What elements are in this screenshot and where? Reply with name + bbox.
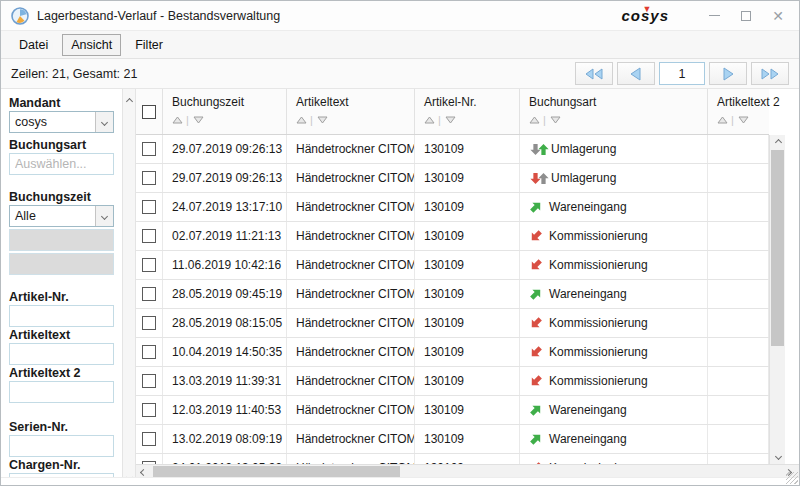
cell-buchungszeit: 28.05.2019 09:45:19 bbox=[163, 280, 287, 308]
cell-artikeltext2 bbox=[708, 396, 769, 424]
row-checkbox[interactable] bbox=[142, 374, 156, 388]
cell-artikeltext2 bbox=[708, 135, 769, 163]
col-header-artikeltext[interactable]: Artikeltext bbox=[296, 95, 414, 109]
cell-artikeltext: Händetrockner CITOMAT HT bbox=[287, 164, 415, 192]
sort-asc-icon[interactable] bbox=[529, 116, 540, 124]
table-row[interactable]: 29.07.2019 09:26:13 Händetrockner CITOMA… bbox=[136, 135, 769, 164]
cell-artikel-nr: 130109 bbox=[415, 396, 520, 424]
artikeltext2-input[interactable] bbox=[9, 381, 114, 403]
cell-buchungszeit: 02.07.2019 11:21:13 bbox=[163, 222, 287, 250]
row-checkbox[interactable] bbox=[142, 287, 156, 301]
table-row[interactable]: 28.05.2019 09:45:19 Händetrockner CITOMA… bbox=[136, 280, 769, 309]
cell-artikeltext: Händetrockner CITOMAT HT bbox=[287, 222, 415, 250]
table-row[interactable]: 13.03.2019 11:39:31 Händetrockner CITOMA… bbox=[136, 367, 769, 396]
buchungsart-input[interactable] bbox=[9, 153, 114, 175]
cell-artikeltext: Händetrockner CITOMAT HT bbox=[287, 338, 415, 366]
sort-asc-icon[interactable] bbox=[717, 116, 728, 124]
sort-desc-icon[interactable] bbox=[550, 116, 561, 124]
table-row[interactable]: 12.03.2019 11:40:53 Händetrockner CITOMA… bbox=[136, 396, 769, 425]
logo-triangle-icon: ▼ bbox=[642, 4, 652, 14]
buchungszeit-value: Alle bbox=[10, 209, 95, 223]
resize-grip-icon[interactable] bbox=[786, 472, 798, 484]
cell-buchungszeit: 10.04.2019 14:50:35 bbox=[163, 338, 287, 366]
cell-buchungsart: Kommissionierung bbox=[549, 374, 648, 388]
row-checkbox[interactable] bbox=[142, 229, 156, 243]
vscroll-thumb[interactable] bbox=[771, 150, 784, 346]
cell-artikeltext2 bbox=[708, 251, 769, 279]
sidebar-scrollbar[interactable] bbox=[122, 89, 136, 486]
first-page-button[interactable] bbox=[575, 62, 613, 85]
wareneingang-icon bbox=[529, 432, 543, 446]
table-row[interactable]: 13.02.2019 08:09:19 Händetrockner CITOMA… bbox=[136, 425, 769, 454]
col-header-artikeltext2[interactable]: Artikeltext 2 bbox=[717, 95, 769, 109]
row-checkbox[interactable] bbox=[142, 432, 156, 446]
close-button[interactable]: ✕ bbox=[765, 6, 791, 26]
app-icon bbox=[11, 7, 29, 25]
mandant-select[interactable]: cosys bbox=[9, 111, 114, 133]
cell-artikeltext2 bbox=[708, 280, 769, 308]
col-header-buchungsart[interactable]: Buchungsart bbox=[529, 95, 707, 109]
sort-desc-icon[interactable] bbox=[193, 116, 204, 124]
artikel-nr-label: Artikel-Nr. bbox=[9, 289, 114, 305]
table-row[interactable]: 11.06.2019 10:42:16 Händetrockner CITOMA… bbox=[136, 251, 769, 280]
row-checkbox[interactable] bbox=[142, 258, 156, 272]
table-row[interactable]: 02.07.2019 11:21:13 Händetrockner CITOMA… bbox=[136, 222, 769, 251]
table-row[interactable]: 29.07.2019 09:26:13 Händetrockner CITOMA… bbox=[136, 164, 769, 193]
select-all-checkbox[interactable] bbox=[142, 105, 156, 119]
sort-asc-icon[interactable] bbox=[296, 116, 307, 124]
window-title: Lagerbestand-Verlauf - Bestandsverwaltun… bbox=[37, 9, 621, 23]
cell-artikeltext2 bbox=[708, 367, 769, 395]
cell-artikeltext: Händetrockner CITOMAT HT bbox=[287, 280, 415, 308]
table-row[interactable]: 24.07.2019 13:17:10 Händetrockner CITOMA… bbox=[136, 193, 769, 222]
col-header-artikel-nr[interactable]: Artikel-Nr. bbox=[424, 95, 519, 109]
cell-buchungszeit: 13.02.2019 08:09:19 bbox=[163, 425, 287, 453]
cell-artikeltext: Händetrockner CITOMAT HT bbox=[287, 309, 415, 337]
cell-artikeltext2 bbox=[708, 222, 769, 250]
menu-datei[interactable]: Datei bbox=[11, 35, 56, 55]
scroll-up-icon[interactable] bbox=[127, 93, 132, 107]
row-checkbox[interactable] bbox=[142, 142, 156, 156]
maximize-icon bbox=[741, 11, 751, 21]
row-checkbox[interactable] bbox=[142, 403, 156, 417]
last-page-button[interactable] bbox=[751, 62, 789, 85]
menu-ansicht[interactable]: Ansicht bbox=[62, 34, 121, 56]
artikel-nr-input[interactable] bbox=[9, 305, 114, 327]
row-checkbox[interactable] bbox=[142, 200, 156, 214]
scroll-down-icon[interactable] bbox=[770, 449, 786, 464]
scroll-up-icon[interactable] bbox=[770, 135, 786, 150]
table-vertical-scrollbar[interactable] bbox=[769, 135, 785, 464]
cell-buchungszeit: 11.06.2019 10:42:16 bbox=[163, 251, 287, 279]
sort-desc-icon[interactable] bbox=[317, 116, 328, 124]
next-page-button[interactable] bbox=[709, 62, 747, 85]
row-checkbox[interactable] bbox=[142, 171, 156, 185]
table-row[interactable]: 28.05.2019 08:15:05 Händetrockner CITOMA… bbox=[136, 309, 769, 338]
sort-asc-icon[interactable] bbox=[172, 116, 183, 124]
table-row[interactable]: 10.04.2019 14:50:35 Händetrockner CITOMA… bbox=[136, 338, 769, 367]
maximize-button[interactable] bbox=[733, 6, 759, 26]
date-to-field-disabled bbox=[9, 253, 114, 275]
row-checkbox[interactable] bbox=[142, 345, 156, 359]
kommissionierung-icon bbox=[529, 374, 543, 388]
wareneingang-icon bbox=[529, 403, 543, 417]
minimize-button[interactable] bbox=[701, 6, 727, 26]
cell-artikel-nr: 130109 bbox=[415, 367, 520, 395]
page-number-input[interactable]: 1 bbox=[659, 62, 705, 85]
cell-artikeltext: Händetrockner CITOMAT HT bbox=[287, 193, 415, 221]
row-checkbox[interactable] bbox=[142, 316, 156, 330]
sort-desc-icon[interactable] bbox=[445, 116, 456, 124]
col-header-buchungszeit[interactable]: Buchungszeit bbox=[172, 95, 286, 109]
cell-artikel-nr: 130109 bbox=[415, 280, 520, 308]
sort-asc-icon[interactable] bbox=[424, 116, 435, 124]
menu-filter[interactable]: Filter bbox=[127, 35, 171, 55]
buchungsart-label: Buchungsart bbox=[9, 137, 114, 153]
table-body: 29.07.2019 09:26:13 Händetrockner CITOMA… bbox=[136, 135, 769, 464]
serien-nr-input[interactable] bbox=[9, 435, 114, 457]
chevron-down-icon bbox=[95, 206, 113, 226]
artikeltext-input[interactable] bbox=[9, 343, 114, 365]
buchungszeit-select[interactable]: Alle bbox=[9, 205, 114, 227]
table-row[interactable]: 24.01.2019 13:05:39 Händetrockner CITOMA… bbox=[136, 454, 769, 464]
cosys-logo: cosys▼ bbox=[621, 7, 669, 24]
cell-artikel-nr: 130109 bbox=[415, 222, 520, 250]
prev-page-button[interactable] bbox=[617, 62, 655, 85]
sort-desc-icon[interactable] bbox=[738, 116, 749, 124]
